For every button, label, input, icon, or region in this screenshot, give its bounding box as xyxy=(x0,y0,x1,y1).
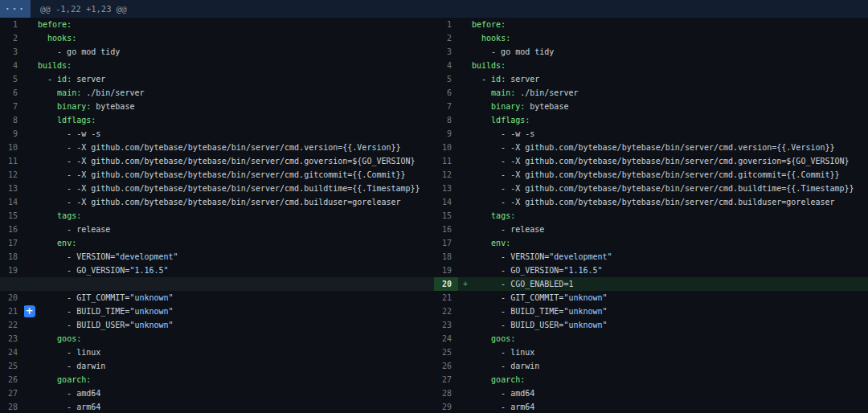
right-line-number[interactable]: 12 xyxy=(434,168,458,182)
left-line-number[interactable]: 10 xyxy=(0,141,24,154)
code-segment-plain xyxy=(472,334,491,343)
left-line-number[interactable]: 6 xyxy=(0,86,24,100)
right-line-number[interactable]: 5 xyxy=(434,72,458,86)
right-line-number[interactable]: 15 xyxy=(434,209,458,223)
left-line-number[interactable]: 27 xyxy=(0,386,24,400)
expand-diff-button[interactable]: ... xyxy=(0,0,31,18)
diff-row: 27 - amd6428 - amd64 xyxy=(0,386,868,400)
code-segment-str: "unknown" xyxy=(129,293,173,302)
code-segment-key: env: xyxy=(57,239,76,247)
diff-row: 19 - GO_VERSION="1.16.5"19 - GO_VERSION=… xyxy=(0,264,868,277)
diff-row: 22 - BUILD_USER="unknown"23 - BUILD_USER… xyxy=(0,318,868,332)
right-code-line-added: + - CGO_ENABLED=1 xyxy=(458,277,868,291)
right-line-number[interactable]: 1 xyxy=(434,18,458,31)
code-segment-key: id: xyxy=(57,75,72,84)
left-line-number[interactable]: 13 xyxy=(0,182,24,195)
right-code-line: binary: bytebase xyxy=(458,100,868,113)
code-segment-str: "development" xyxy=(549,252,612,261)
right-line-number[interactable]: 10 xyxy=(434,141,458,154)
right-line-number[interactable]: 4 xyxy=(434,59,458,72)
left-line-number[interactable]: 19 xyxy=(0,264,24,277)
add-comment-button[interactable]: + xyxy=(24,305,35,317)
right-line-number[interactable]: 28 xyxy=(434,386,458,400)
left-code-line: - release xyxy=(24,223,434,236)
right-line-number[interactable]: 22 xyxy=(434,305,458,318)
left-code-line: env: xyxy=(24,236,434,250)
left-line-number[interactable]: 26 xyxy=(0,373,24,386)
left-line-number[interactable]: 24 xyxy=(0,346,24,359)
right-code-line: before: xyxy=(458,18,868,31)
right-line-number[interactable]: 21 xyxy=(434,291,458,305)
right-line-number[interactable]: 7 xyxy=(434,100,458,113)
right-code-line: - -X github.com/bytebase/bytebase/bin/se… xyxy=(458,168,868,182)
code-segment-key: builds: xyxy=(472,61,506,70)
left-line-number[interactable]: 1 xyxy=(0,18,24,31)
left-line-number[interactable]: 4 xyxy=(0,59,24,72)
right-line-number[interactable]: 24 xyxy=(434,332,458,346)
right-line-number[interactable]: 17 xyxy=(434,236,458,250)
code-segment-plain: bytebase xyxy=(525,102,568,111)
left-code-line: - -X github.com/bytebase/bytebase/bin/se… xyxy=(24,195,434,209)
code-segment-plain: - go mod tidy xyxy=(38,47,120,56)
left-line-number[interactable]: 5 xyxy=(0,72,24,86)
code-segment-plain: - arm64 xyxy=(472,403,534,411)
left-line-number[interactable]: 2 xyxy=(0,31,24,45)
right-code-line: - darwin xyxy=(458,359,868,373)
right-line-number[interactable]: 13 xyxy=(434,182,458,195)
left-line-number[interactable]: 18 xyxy=(0,250,24,264)
left-code-line: - darwin xyxy=(24,359,434,373)
code-segment-key: tags: xyxy=(57,211,81,220)
code-segment-key: hooks: xyxy=(481,34,510,43)
diff-row: 20+ - CGO_ENABLED=1 xyxy=(0,277,868,291)
right-line-number[interactable]: 2 xyxy=(434,31,458,45)
left-line-number[interactable]: 9 xyxy=(0,127,24,141)
left-code-line: - -X github.com/bytebase/bytebase/bin/se… xyxy=(24,182,434,195)
left-line-number[interactable]: 16 xyxy=(0,223,24,236)
right-line-number[interactable]: 3 xyxy=(434,45,458,59)
left-code-line: tags: xyxy=(24,209,434,223)
right-line-number[interactable]: 11 xyxy=(434,154,458,168)
code-segment-plain: - -X github.com/bytebase/bytebase/bin/se… xyxy=(38,157,416,166)
left-line-number[interactable]: 14 xyxy=(0,195,24,209)
left-line-number[interactable]: 8 xyxy=(0,113,24,127)
left-line-number[interactable]: 23 xyxy=(0,332,24,346)
left-line-number[interactable]: 17 xyxy=(0,236,24,250)
left-line-number[interactable]: 11 xyxy=(0,154,24,168)
right-line-number[interactable]: 26 xyxy=(434,359,458,373)
code-segment-plain xyxy=(472,102,491,111)
code-segment-plain: - -X github.com/bytebase/bytebase/bin/se… xyxy=(472,170,840,179)
code-segment-key: goarch: xyxy=(57,375,91,384)
right-line-number[interactable]: 29 xyxy=(434,400,458,413)
right-line-number[interactable]: 9 xyxy=(434,127,458,141)
left-line-number[interactable]: 15 xyxy=(0,209,24,223)
right-line-number[interactable]: 18 xyxy=(434,250,458,264)
code-segment-key: id: xyxy=(491,75,506,84)
right-line-number[interactable]: 6 xyxy=(434,86,458,100)
right-line-number[interactable]: 8 xyxy=(434,113,458,127)
left-line-number[interactable]: 25 xyxy=(0,359,24,373)
right-line-number[interactable]: 20 xyxy=(434,277,458,291)
code-segment-plain xyxy=(472,116,491,125)
code-segment-plain: - -w -s xyxy=(38,129,100,138)
right-line-number[interactable]: 19 xyxy=(434,264,458,277)
right-line-number[interactable]: 27 xyxy=(434,373,458,386)
left-line-number[interactable]: 12 xyxy=(0,168,24,182)
diff-row: 4builds:4builds: xyxy=(0,59,868,72)
right-line-number[interactable]: 25 xyxy=(434,346,458,359)
code-segment-plain: - -X github.com/bytebase/bytebase/bin/se… xyxy=(472,184,854,193)
left-code-line: - VERSION="development" xyxy=(24,250,434,264)
left-code-line: main: ./bin/server xyxy=(24,86,434,100)
code-segment-str: "development" xyxy=(115,252,178,261)
split-diff-view: ... @@ -1,22 +1,23 @@ 1before:1before:2 … xyxy=(0,0,868,413)
code-segment-key: ldflags: xyxy=(57,116,96,125)
left-line-number[interactable]: 20 xyxy=(0,291,24,305)
right-line-number[interactable]: 16 xyxy=(434,223,458,236)
left-line-number[interactable]: 22 xyxy=(0,318,24,332)
right-line-number[interactable]: 23 xyxy=(434,318,458,332)
left-line-number[interactable]: 28 xyxy=(0,400,24,413)
left-line-number[interactable]: 21 xyxy=(0,305,24,318)
right-line-number[interactable]: 14 xyxy=(434,195,458,209)
right-code-line: hooks: xyxy=(458,31,868,45)
left-line-number[interactable]: 7 xyxy=(0,100,24,113)
left-line-number[interactable]: 3 xyxy=(0,45,24,59)
